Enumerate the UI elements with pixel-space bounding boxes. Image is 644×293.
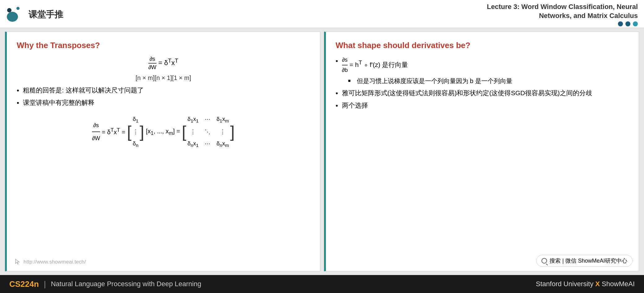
footer-x-mark: X: [595, 280, 602, 288]
right-sub-1a: 但是习惯上说梯度应该是一个列向量因为 b 是一个列向量: [348, 76, 629, 86]
lecture-title-line2: Networks, and Matrix Calculus: [487, 11, 638, 20]
logo-icon: [6, 6, 25, 23]
right-bullet-list: ∂s ∂b = hT ∘ f′(z) 是行向量 但是习惯上说梯度应该是一个列向量…: [336, 56, 629, 110]
header-left: 课堂手推: [6, 6, 63, 23]
left-frac2: ∂s ∂W: [92, 120, 100, 144]
header-title: 课堂手推: [28, 9, 63, 20]
left-bullet-2: 课堂讲稿中有完整的解释: [17, 98, 310, 108]
url-text: http://www.showmeai.tech/: [24, 259, 86, 265]
dot-3: [633, 21, 638, 26]
left-frac1: ∂s ∂W: [148, 56, 156, 71]
watermark: http://www.showmeai.tech/: [14, 259, 86, 265]
dot-1: [618, 21, 623, 26]
left-bullet-list: 粗糙的回答是: 这样就可以解决尺寸问题了 课堂讲稿中有完整的解释: [17, 85, 310, 107]
footer-course: CS224n: [9, 279, 39, 289]
right-slide: What shape should derivatives be? ∂s ∂b …: [324, 32, 639, 271]
left-matrix-eq: ∂s ∂W = δTxT = [ δ1 ⋮ δn ] [x1, ..., xm]…: [17, 113, 310, 150]
footer: CS224n | Natural Language Processing wit…: [0, 275, 644, 293]
col-vector: [ δ1 ⋮ δn ]: [127, 113, 144, 150]
left-dim-line: [n × m][n × 1][1 × m]: [17, 74, 310, 82]
right-sub-list-1: 但是习惯上说梯度应该是一个列向量因为 b 是一个列向量: [348, 76, 629, 86]
header-dots: [487, 21, 638, 26]
right-bullet-2: 雅可比矩阵形式(这使得链式法则很容易)和形状约定(这使得SGD很容易实现)之间的…: [336, 88, 629, 98]
search-icon: [541, 258, 547, 264]
cursor-icon: [14, 259, 21, 265]
footer-separator: |: [44, 279, 46, 289]
svg-point-1: [7, 8, 11, 12]
main-content: Why the Transposes? ∂s ∂W = δTxT [n × m]…: [0, 28, 644, 275]
right-bullet-1: ∂s ∂b = hT ∘ f′(z) 是行向量 但是习惯上说梯度应该是一个列向量…: [336, 56, 629, 86]
dot-2: [625, 21, 630, 26]
left-bullet-1: 粗糙的回答是: 这样就可以解决尺寸问题了: [17, 85, 310, 95]
left-eq1: ∂s ∂W = δTxT: [17, 56, 310, 71]
search-text: 搜索 | 微信 ShowMeAI研究中心: [550, 257, 627, 264]
right-bullet-3: 两个选择: [336, 100, 629, 110]
result-matrix: [ δ1x1 ⋯ δ1xm ⋮ ⋱ ⋮ δnx1 ⋯ δnxm ]: [182, 113, 235, 150]
header-lecture-title: Lecture 3: Word Window Classification, N…: [487, 2, 638, 26]
footer-brand: ShowMeAI: [602, 280, 635, 288]
right-slide-title: What shape should derivatives be?: [336, 41, 629, 50]
svg-point-0: [7, 12, 18, 22]
footer-description: Natural Language Processing with Deep Le…: [51, 280, 201, 288]
footer-university: Stanford University: [536, 280, 594, 288]
left-slide: Why the Transposes? ∂s ∂W = δTxT [n × m]…: [5, 32, 320, 271]
header: 课堂手推 Lecture 3: Word Window Classificati…: [0, 0, 644, 28]
footer-left: CS224n | Natural Language Processing wit…: [9, 279, 201, 289]
search-box[interactable]: 搜索 | 微信 ShowMeAI研究中心: [536, 255, 633, 267]
lecture-title-line1: Lecture 3: Word Window Classification, N…: [487, 2, 638, 11]
svg-point-2: [16, 7, 20, 10]
footer-right: Stanford University X ShowMeAI: [536, 280, 635, 288]
left-slide-title: Why the Transposes?: [17, 41, 310, 50]
